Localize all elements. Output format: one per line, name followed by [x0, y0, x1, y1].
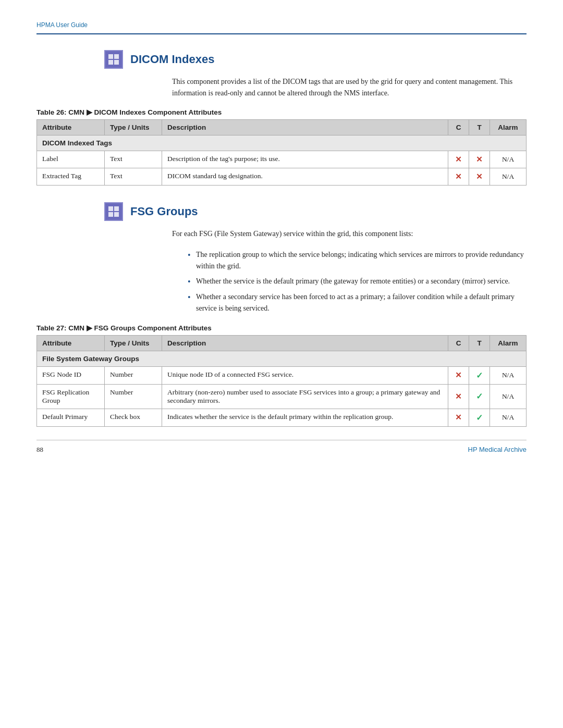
svg-rect-6 — [108, 212, 113, 217]
fsg-row1-attr: FSG Node ID — [37, 366, 105, 384]
footer: 88 HP Medical Archive — [36, 440, 527, 454]
fsg-row1-desc: Unique node ID of a connected FSG servic… — [162, 366, 448, 384]
fsg-icon — [104, 202, 123, 221]
table-row: Extracted Tag Text DICOM standard tag de… — [37, 168, 527, 186]
dicom-th-attribute: Attribute — [37, 120, 105, 135]
fsg-table-caption: Table 27: CMN ▶ FSG Groups Component Att… — [36, 324, 527, 332]
list-item: Whether the service is the default prima… — [188, 276, 527, 287]
fsg-section: FSG Groups For each FSG (File System Gat… — [36, 202, 527, 426]
fsg-row1-type: Number — [105, 366, 162, 384]
page: HPMA User Guide DICOM Indexes This compo… — [0, 0, 563, 475]
x-mark-icon: ✕ — [476, 155, 483, 164]
fsg-row3-c: ✕ — [448, 409, 469, 426]
fsg-row1-c: ✕ — [448, 366, 469, 384]
fsg-row2-c: ✕ — [448, 384, 469, 409]
fsg-row3-alarm: N/A — [490, 409, 527, 426]
fsg-th-alarm: Alarm — [490, 335, 527, 351]
dicom-table: Attribute Type / Units Description C T A… — [36, 119, 527, 186]
breadcrumb[interactable]: HPMA User Guide — [36, 21, 88, 29]
fsg-section-header: FSG Groups — [36, 202, 527, 221]
fsg-row3-t: ✓ — [469, 409, 490, 426]
table-row: Default Primary Check box Indicates whet… — [37, 409, 527, 426]
fsg-th-attribute: Attribute — [37, 335, 105, 351]
fsg-group-label: File System Gateway Groups — [37, 351, 527, 366]
dicom-row1-c: ✕ — [448, 151, 469, 168]
x-mark-icon: ✕ — [455, 371, 462, 379]
fsg-grid-icon — [107, 205, 120, 218]
dicom-th-c: C — [448, 120, 469, 135]
fsg-row1-t: ✓ — [469, 366, 490, 384]
fsg-th-description: Description — [162, 335, 448, 351]
fsg-body: For each FSG (File System Gateway) servi… — [36, 228, 527, 240]
fsg-th-type: Type / Units — [105, 335, 162, 351]
dicom-row1-t: ✕ — [469, 151, 490, 168]
svg-rect-7 — [114, 212, 119, 217]
list-item: The replication group to which the servi… — [188, 249, 527, 272]
fsg-row2-alarm: N/A — [490, 384, 527, 409]
svg-rect-2 — [108, 60, 113, 65]
dicom-table-caption: Table 26: CMN ▶ DICOM Indexes Component … — [36, 108, 527, 116]
fsg-row3-desc: Indicates whether the service is the def… — [162, 409, 448, 426]
svg-rect-3 — [114, 60, 119, 65]
fsg-row1-alarm: N/A — [490, 366, 527, 384]
check-mark-icon: ✓ — [476, 392, 483, 401]
svg-rect-5 — [114, 206, 119, 211]
dicom-th-type: Type / Units — [105, 120, 162, 135]
header: HPMA User Guide — [36, 21, 527, 34]
x-mark-icon: ✕ — [455, 155, 462, 164]
dicom-table-header-row: Attribute Type / Units Description C T A… — [37, 120, 527, 135]
grid-icon — [107, 53, 120, 66]
fsg-th-t: T — [469, 335, 490, 351]
page-number: 88 — [36, 446, 43, 454]
dicom-row1-attr: Label — [37, 151, 105, 168]
x-mark-icon: ✕ — [455, 413, 462, 422]
check-mark-icon: ✓ — [476, 371, 483, 380]
dicom-row1-desc: Description of the tag's purpose; its us… — [162, 151, 448, 168]
fsg-row2-attr: FSG Replication Group — [37, 384, 105, 409]
dicom-row2-type: Text — [105, 168, 162, 186]
table-row: FSG Node ID Number Unique node ID of a c… — [37, 366, 527, 384]
x-mark-icon: ✕ — [476, 172, 483, 181]
dicom-row2-desc: DICOM standard tag designation. — [162, 168, 448, 186]
fsg-group-row: File System Gateway Groups — [37, 351, 527, 366]
top-rule — [36, 33, 527, 34]
fsg-bullets: The replication group to which the servi… — [36, 249, 527, 314]
fsg-row3-type: Check box — [105, 409, 162, 426]
dicom-row2-attr: Extracted Tag — [37, 168, 105, 186]
dicom-icon — [104, 50, 123, 69]
fsg-th-c: C — [448, 335, 469, 351]
dicom-group-label: DICOM Indexed Tags — [37, 135, 527, 151]
dicom-group-row: DICOM Indexed Tags — [37, 135, 527, 151]
table-row: Label Text Description of the tag's purp… — [37, 151, 527, 168]
fsg-title: FSG Groups — [130, 205, 198, 218]
list-item: Whether a secondary service has been for… — [188, 291, 527, 314]
x-mark-icon: ✕ — [455, 392, 462, 401]
dicom-th-t: T — [469, 120, 490, 135]
fsg-row2-type: Number — [105, 384, 162, 409]
fsg-table-header-row: Attribute Type / Units Description C T A… — [37, 335, 527, 351]
fsg-row2-desc: Arbitrary (non-zero) number used to asso… — [162, 384, 448, 409]
dicom-body: This component provides a list of the DI… — [36, 76, 527, 98]
fsg-row3-attr: Default Primary — [37, 409, 105, 426]
fsg-row2-t: ✓ — [469, 384, 490, 409]
dicom-th-description: Description — [162, 120, 448, 135]
dicom-row2-t: ✕ — [469, 168, 490, 186]
fsg-table: Attribute Type / Units Description C T A… — [36, 335, 527, 427]
svg-rect-1 — [114, 54, 119, 59]
dicom-section-header: DICOM Indexes — [36, 50, 527, 69]
dicom-row1-type: Text — [105, 151, 162, 168]
x-mark-icon: ✕ — [455, 172, 462, 181]
dicom-row2-c: ✕ — [448, 168, 469, 186]
check-mark-icon: ✓ — [476, 413, 483, 422]
dicom-th-alarm: Alarm — [490, 120, 527, 135]
dicom-section: DICOM Indexes This component provides a … — [36, 50, 527, 186]
dicom-row1-alarm: N/A — [490, 151, 527, 168]
dicom-row2-alarm: N/A — [490, 168, 527, 186]
svg-rect-0 — [108, 54, 113, 59]
table-row: FSG Replication Group Number Arbitrary (… — [37, 384, 527, 409]
svg-rect-4 — [108, 206, 113, 211]
dicom-title: DICOM Indexes — [130, 53, 214, 66]
footer-brand: HP Medical Archive — [468, 446, 527, 453]
